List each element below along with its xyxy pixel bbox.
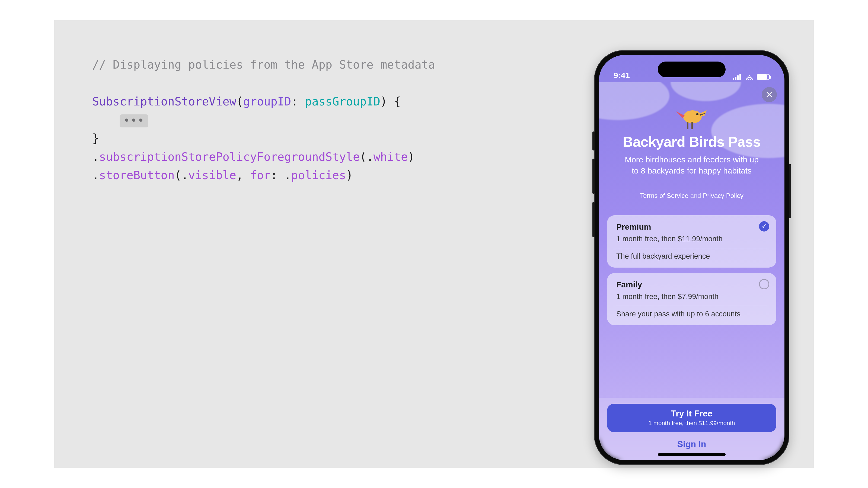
code-pane: // Displaying policies from the App Stor… [92,47,572,441]
cta-button[interactable]: Try It Free 1 month free, then $11.99/mo… [607,404,776,432]
plan-description: Share your pass with up to 6 accounts [616,310,767,318]
policy-separator: and [690,192,701,199]
plan-radio-checked-icon: ✓ [759,221,769,231]
cta-title: Try It Free [610,409,774,419]
svg-rect-2 [687,122,688,129]
svg-point-1 [696,113,699,115]
sign-in-button[interactable]: Sign In [607,439,776,449]
status-right [733,74,770,80]
phone-frame: 9:41 ✕ [594,50,789,465]
close-icon: ✕ [766,89,773,100]
terms-of-service-link[interactable]: Terms of Service [640,192,688,199]
privacy-policy-link[interactable]: Privacy Policy [703,192,743,199]
phone-screen: 9:41 ✕ [599,55,784,460]
plan-price: 1 month free, then $7.99/month [616,293,767,301]
code-method-2: storeButton [99,169,175,182]
phone-preview: 9:41 ✕ [589,47,795,441]
code-method-1: subscriptionStorePolicyForegroundStyle [99,150,360,163]
plan-card-family[interactable]: Family 1 month free, then $7.99/month Sh… [607,273,776,325]
code-param-value: passGroupID [305,95,380,108]
close-button[interactable]: ✕ [762,87,777,102]
plan-title: Family [616,280,767,289]
plan-radio-unchecked-icon [759,279,769,289]
code-param-label: groupID [243,95,291,108]
plan-list: ✓ Premium 1 month free, then $11.99/mont… [599,208,784,327]
code-block: // Displaying policies from the App Stor… [92,56,572,185]
phone-mute-switch [592,131,595,151]
plan-card-premium[interactable]: ✓ Premium 1 month free, then $11.99/mont… [607,215,776,268]
phone-volume-up [592,159,595,194]
ellipsis-icon: ••• [120,115,148,127]
status-time: 9:41 [614,71,630,80]
bottom-bar: Try It Free 1 month free, then $11.99/mo… [599,398,784,460]
plan-title: Premium [616,222,767,231]
divider [616,306,767,306]
code-comment: // Displaying policies from the App Stor… [92,58,435,71]
wifi-icon [745,74,753,80]
home-indicator [658,453,725,456]
policy-line: Terms of Service and Privacy Policy [610,192,774,199]
dynamic-island [658,62,725,77]
hero: ✕ Backyard Birds Pass [599,82,784,208]
hero-subtitle: More birdhouses and feeders with up to 8… [621,154,762,176]
phone-volume-down [592,202,595,237]
phone-power-button [789,164,791,218]
slide: // Displaying policies from the App Stor… [54,20,814,468]
plan-description: The full backyard experience [616,252,767,261]
cellular-icon [733,74,742,80]
cta-subtitle: 1 month free, then $11.99/month [610,420,774,427]
plan-price: 1 month free, then $11.99/month [616,235,767,243]
bird-illustration [674,101,709,131]
hero-title: Backyard Birds Pass [610,134,774,150]
code-type: SubscriptionStoreView [92,95,236,108]
svg-rect-3 [691,122,693,129]
battery-icon [757,74,770,80]
